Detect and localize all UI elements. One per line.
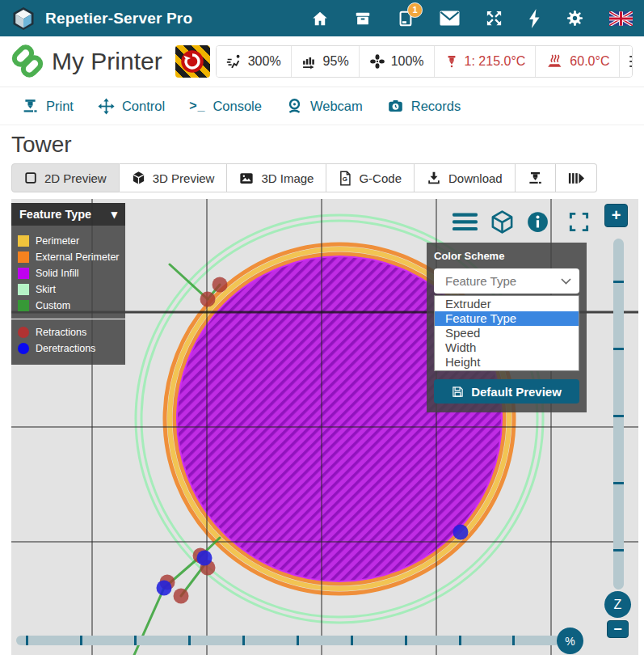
color-scheme-label: Color Scheme bbox=[434, 250, 579, 262]
layers-play-icon bbox=[568, 171, 584, 185]
fan-value: 100% bbox=[391, 54, 424, 69]
legend-item: Custom bbox=[11, 298, 125, 314]
print-file-button[interactable] bbox=[516, 163, 556, 192]
slider-tick bbox=[188, 636, 191, 645]
view-gcode-button[interactable]: G G-Code bbox=[326, 163, 415, 192]
color-scheme-option[interactable]: Extruder bbox=[435, 297, 579, 311]
expand-icon[interactable] bbox=[485, 9, 503, 27]
legend-divider bbox=[11, 319, 125, 319]
extruder-temp-button[interactable]: 1: 215.0°C bbox=[434, 46, 536, 77]
tab-control[interactable]: Control bbox=[98, 98, 165, 115]
download-icon bbox=[427, 171, 441, 185]
layer-play-button[interactable] bbox=[556, 163, 597, 192]
color-scheme-dropdown: ExtruderFeature TypeSpeedWidthHeight bbox=[434, 295, 579, 371]
printer-name: My Printer bbox=[52, 48, 162, 75]
flow-button[interactable]: 95% bbox=[291, 46, 359, 77]
flow-icon bbox=[301, 53, 318, 70]
home-icon[interactable] bbox=[311, 10, 329, 27]
zoom-out-button[interactable]: − bbox=[607, 620, 629, 638]
extruder-temp-value: 1: 215.0°C bbox=[465, 54, 526, 69]
tab-print[interactable]: Print bbox=[22, 98, 74, 115]
chain-link-icon[interactable] bbox=[11, 44, 44, 79]
color-swatch bbox=[18, 300, 29, 311]
bed-temp-value: 60.0°C bbox=[570, 54, 609, 69]
color-swatch bbox=[18, 268, 29, 279]
printer-tabs: Print Control >_ Console Webcam Records bbox=[0, 87, 644, 125]
slider-tick bbox=[459, 636, 461, 645]
slider-tick bbox=[405, 636, 407, 645]
printer-queue-icon[interactable]: 1 bbox=[397, 9, 415, 28]
save-icon bbox=[452, 386, 464, 398]
printer-header: My Printer 300% 95% 100% bbox=[0, 36, 644, 87]
nozzle-icon bbox=[528, 171, 543, 186]
view-3d-toggle-icon[interactable] bbox=[490, 209, 515, 235]
color-scheme-select[interactable]: Feature Type bbox=[434, 268, 579, 294]
app-logo-icon[interactable] bbox=[11, 6, 36, 31]
view-3d-image-button[interactable]: 3D Image bbox=[227, 163, 326, 192]
slider-tick bbox=[26, 636, 28, 645]
tab-records[interactable]: Records bbox=[387, 98, 461, 115]
tab-print-label: Print bbox=[46, 99, 74, 114]
speed-value: 300% bbox=[248, 54, 281, 69]
color-swatch bbox=[18, 251, 29, 263]
chevron-down-icon bbox=[561, 278, 571, 285]
fullscreen-icon[interactable] bbox=[568, 211, 590, 233]
printer-menu-button[interactable] bbox=[619, 46, 633, 77]
tab-console[interactable]: >_ Console bbox=[189, 99, 262, 114]
slider-tick bbox=[613, 415, 624, 417]
color-scheme-selected-value: Feature Type bbox=[445, 274, 516, 288]
view-button-group: 2D Preview 3D Preview 3D Image G G-Code … bbox=[11, 163, 597, 192]
gcode-file-title: Tower bbox=[11, 132, 72, 158]
view-3d-preview-button[interactable]: 3D Preview bbox=[120, 163, 228, 192]
layer-slider[interactable] bbox=[613, 239, 624, 590]
nozzle-icon bbox=[22, 98, 39, 115]
color-swatch bbox=[18, 284, 29, 295]
default-preview-button[interactable]: Default Preview bbox=[434, 379, 579, 404]
fan-button[interactable]: 100% bbox=[359, 46, 434, 77]
legend-item: Skirt bbox=[11, 281, 125, 298]
slider-tick bbox=[80, 636, 82, 645]
color-scheme-option[interactable]: Width bbox=[435, 340, 579, 355]
slider-tick bbox=[297, 636, 299, 645]
z-axis-badge[interactable]: Z bbox=[604, 591, 631, 618]
color-scheme-option[interactable]: Height bbox=[435, 355, 579, 370]
progress-slider[interactable] bbox=[16, 636, 560, 645]
mail-icon[interactable] bbox=[440, 11, 460, 26]
archive-icon[interactable] bbox=[354, 10, 372, 27]
preview-menu-icon[interactable] bbox=[452, 213, 478, 231]
gcode-2d-preview[interactable]: Feature Type ▾ PerimeterExternal Perimet… bbox=[11, 199, 638, 655]
slider-tick bbox=[613, 348, 624, 350]
camera-icon bbox=[387, 98, 404, 115]
slider-tick bbox=[613, 549, 624, 551]
tab-webcam[interactable]: Webcam bbox=[286, 97, 363, 115]
retraction-dot bbox=[174, 589, 189, 604]
deretraction-dot bbox=[157, 581, 172, 596]
cube-icon bbox=[132, 171, 145, 185]
terminal-icon: >_ bbox=[189, 99, 205, 113]
download-button[interactable]: Download bbox=[415, 163, 516, 192]
bed-temp-button[interactable]: 60.0°C bbox=[535, 46, 619, 77]
legend-title: Feature Type bbox=[19, 208, 91, 221]
color-scheme-option[interactable]: Feature Type bbox=[435, 311, 579, 326]
speed-icon bbox=[226, 53, 242, 70]
color-scheme-panel: Color Scheme Feature Type ExtruderFeatur… bbox=[427, 243, 587, 412]
square-icon bbox=[24, 171, 37, 184]
bolt-icon[interactable] bbox=[528, 9, 541, 28]
info-icon[interactable] bbox=[527, 211, 549, 233]
slider-tick bbox=[613, 281, 624, 283]
emergency-stop-button[interactable] bbox=[175, 45, 210, 78]
fan-icon bbox=[369, 53, 385, 70]
uk-flag-icon[interactable] bbox=[609, 11, 633, 26]
color-scheme-option[interactable]: Speed bbox=[435, 326, 579, 340]
legend-item: Solid Infill bbox=[11, 265, 125, 281]
legend-header[interactable]: Feature Type ▾ bbox=[11, 203, 125, 226]
app-title: Repetier-Server Pro bbox=[45, 10, 192, 27]
printer-status-group: 300% 95% 100% 1: 215.0°C bbox=[216, 45, 633, 78]
percent-badge[interactable]: % bbox=[557, 628, 583, 654]
view-2d-preview-button[interactable]: 2D Preview bbox=[11, 163, 120, 192]
zoom-in-button[interactable]: + bbox=[604, 204, 628, 227]
svg-text:G: G bbox=[343, 175, 347, 183]
gear-icon[interactable] bbox=[566, 9, 584, 27]
color-swatch bbox=[18, 235, 29, 247]
speed-button[interactable]: 300% bbox=[217, 46, 291, 77]
